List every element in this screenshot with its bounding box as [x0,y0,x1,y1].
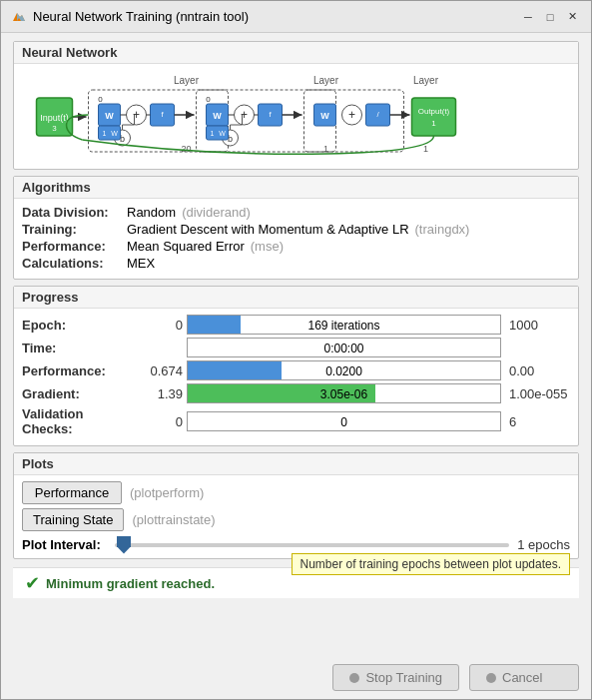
progress-start-4: 0 [141,414,183,429]
tooltip-box: Number of training epochs between plot u… [292,553,571,575]
progress-label-3: Gradient: [22,386,137,401]
progress-row-0: Epoch:0169 iterations1000 [22,315,570,335]
progress-bar-container-1: 0:00:00 [187,338,501,357]
progress-bar-text-2: 0.0200 [188,361,500,380]
training-state-plot-button[interactable]: Training State [22,508,124,531]
progress-title: Progress [14,287,578,309]
title-bar: Neural Network Training (nntrain tool) ─… [1,1,591,33]
plot-interval-row: Plot Interval: 1 epochs Number of traini… [22,537,570,552]
algo-value-2: Mean Squared Error [127,239,245,254]
progress-section: Progress Epoch:0169 iterations1000Time:0… [13,286,579,446]
slider-container [115,543,509,547]
progress-bar-container-3: 3.05e-06 [187,383,501,403]
minimize-button[interactable]: ─ [519,8,537,26]
svg-text:Layer: Layer [174,75,200,86]
plot-row-0: Performance (plotperform) [22,481,570,504]
algo-label-2: Performance: [22,239,127,254]
algorithms-title: Algorithms [14,177,578,199]
main-window: Neural Network Training (nntrain tool) ─… [0,0,592,700]
svg-text:1: 1 [423,144,428,154]
window-title: Neural Network Training (nntrain tool) [33,9,249,24]
svg-text:W: W [320,111,329,121]
stop-training-button[interactable]: Stop Training [332,664,459,691]
progress-start-2: 0.674 [141,363,183,378]
title-bar-left: Neural Network Training (nntrain tool) [11,9,249,25]
plot-interval-label: Plot Interval: [22,537,107,552]
cancel-dot-icon [486,673,496,683]
cancel-button[interactable]: Cancel [469,664,579,691]
algo-value-0: Random [127,205,176,220]
progress-rows: Epoch:0169 iterations1000Time:0:00:00Per… [22,315,570,436]
training-state-plot-hint: (plottrainstate) [132,512,215,527]
svg-text:0: 0 [98,95,103,104]
progress-end-2: 0.00 [505,363,570,378]
cancel-label: Cancel [502,670,542,685]
svg-text:W: W [219,130,226,137]
svg-text:3: 3 [52,124,57,133]
progress-bar-container-0: 169 iterations [187,315,501,335]
status-text: Minimum gradient reached. [46,576,215,591]
slider-track [115,543,509,547]
algorithms-body: Data Division: Random (dividerand) Train… [14,199,578,279]
plot-interval-slider[interactable] [117,536,131,554]
progress-end-4: 6 [505,414,570,429]
progress-bar-container-2: 0.0200 [187,360,501,380]
progress-label-1: Time: [22,341,137,355]
progress-row-1: Time:0:00:00 [22,338,570,357]
progress-bar-text-0: 169 iterations [188,316,500,335]
svg-text:0: 0 [206,95,211,104]
algo-label-1: Training: [22,222,127,237]
svg-text:1: 1 [103,130,107,137]
maximize-button[interactable]: □ [541,8,559,26]
nn-section-title: Neural Network [14,42,578,64]
algo-row-0: Data Division: Random (dividerand) [22,205,570,220]
algo-label-3: Calculations: [22,256,127,271]
algo-value-3: MEX [127,256,155,271]
progress-body: Epoch:0169 iterations1000Time:0:00:00Per… [14,309,578,445]
close-button[interactable]: ✕ [563,8,581,26]
plots-body: Performance (plotperform) Training State… [14,475,578,558]
algo-hint-2: (mse) [251,239,284,254]
progress-bar-container-4: 0 [187,411,501,431]
plots-title: Plots [14,453,578,475]
svg-rect-58 [412,98,456,136]
progress-bar-text-1: 0:00:00 [188,339,500,357]
svg-text:+: + [348,108,355,122]
nn-diagram: Input(t) 3 Layer W + b [22,70,570,160]
svg-text:Layer: Layer [413,75,439,86]
svg-text:20: 20 [181,144,191,154]
progress-start-0: 0 [141,318,183,333]
progress-label-2: Performance: [22,363,137,378]
progress-start-3: 1.39 [141,386,183,401]
algo-row-1: Training: Gradient Descent with Momentum… [22,222,570,237]
svg-text:W: W [111,130,118,137]
progress-end-0: 1000 [505,318,570,333]
progress-row-2: Performance:0.6740.02000.00 [22,360,570,380]
algo-row-3: Calculations: MEX [22,256,570,271]
performance-plot-hint: (plotperform) [130,485,204,500]
window-controls[interactable]: ─ □ ✕ [519,8,581,26]
svg-text:Layer: Layer [313,75,339,86]
matlab-icon [11,9,27,25]
algo-hint-0: (dividerand) [182,205,251,220]
algo-hint-1: (traingdx) [415,222,470,237]
epoch-label: 1 epochs [517,537,570,552]
neural-network-section: Neural Network Input(t) 3 Layer W [13,41,579,170]
svg-text:W: W [105,111,114,121]
algo-label-0: Data Division: [22,205,127,220]
svg-text:1: 1 [431,119,436,128]
stop-training-label: Stop Training [365,670,442,685]
svg-text:W: W [213,111,222,121]
progress-label-4: Validation Checks: [22,406,137,436]
algo-value-1: Gradient Descent with Momentum & Adaptiv… [127,222,409,237]
algorithms-section: Algorithms Data Division: Random (divide… [13,176,579,280]
content-area: Neural Network Input(t) 3 Layer W [1,33,591,658]
nn-diagram-container: Input(t) 3 Layer W + b [14,64,578,169]
plots-section: Plots Performance (plotperform) Training… [13,452,579,559]
performance-plot-button[interactable]: Performance [22,481,122,504]
plot-row-1: Training State (plottrainstate) [22,508,570,531]
progress-bar-text-3: 3.05e-06 [188,384,500,403]
progress-label-0: Epoch: [22,318,137,333]
progress-row-4: Validation Checks:006 [22,406,570,436]
bottom-bar: Stop Training Cancel [1,658,591,699]
